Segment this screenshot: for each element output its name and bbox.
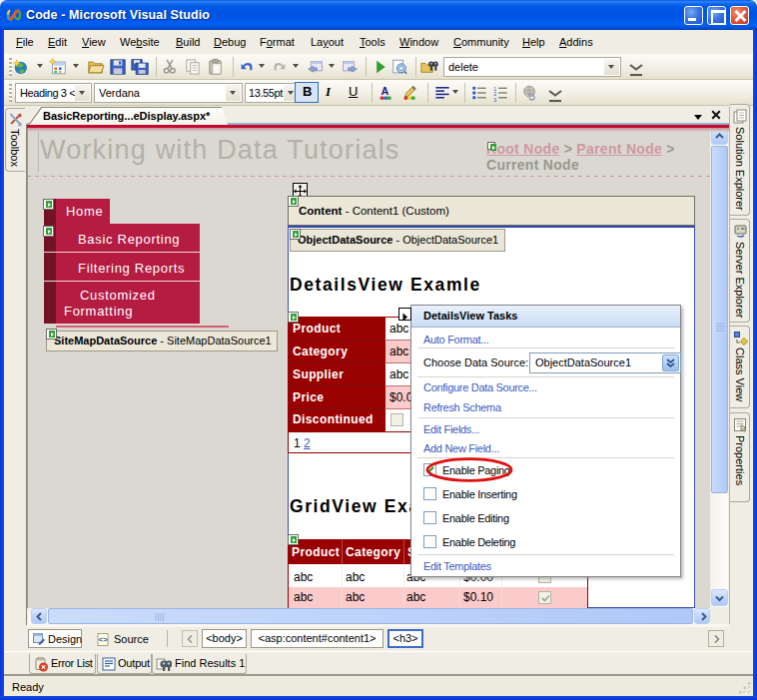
svg-text:3: 3 — [493, 97, 496, 102]
svg-text:A: A — [381, 85, 389, 97]
svg-text:<>: <> — [99, 635, 109, 644]
